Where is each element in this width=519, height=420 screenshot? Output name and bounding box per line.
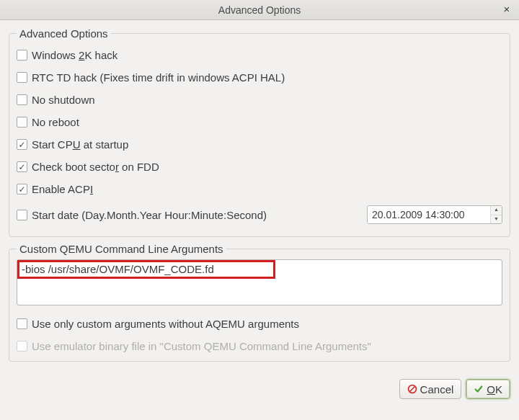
option-enableacpi-label: Enable ACPI [32,183,93,195]
option-checkboot[interactable]: Check boot sector on FDD [17,156,502,178]
option-win2k-label: Windows 2K hack [32,49,117,61]
option-checkboot-label: Check boot sector on FDD [32,161,159,173]
option-win2k[interactable]: Windows 2K hack [17,44,502,66]
option-startcpu-label: Start CPU at startup [32,138,128,151]
option-rtctd-label: RTC TD hack (Fixes time drift in windows… [32,71,285,84]
startdate-input[interactable] [368,206,490,223]
checkbox-enableacpi[interactable] [17,184,27,195]
cancel-button-label: Cancel [420,383,454,396]
option-use-emu-binary: Use emulator binary file in "Custom QEMU… [17,335,502,354]
cmdline-text: -bios /usr/share/OVMF/OVMF_CODE.fd [22,263,214,275]
cmdline-textarea[interactable]: -bios /usr/share/OVMF/OVMF_CODE.fd [17,259,502,305]
startdate-stepper[interactable]: ▲ ▼ [490,206,502,223]
ok-button[interactable]: OK [466,379,510,399]
cancel-button[interactable]: Cancel [399,379,462,399]
checkbox-noshutdown[interactable] [17,94,27,105]
checkbox-startdate[interactable] [17,210,27,220]
ok-icon [474,384,484,394]
option-rtctd[interactable]: RTC TD hack (Fixes time drift in windows… [17,66,502,89]
checkbox-use-only-custom[interactable] [17,318,27,329]
window-title: Advanced Options [0,4,519,16]
option-noshutdown[interactable]: No shutdown [17,89,502,111]
close-icon[interactable]: × [500,3,513,16]
dialog-button-row: Cancel OK [0,376,519,399]
cancel-icon [407,384,417,394]
option-enableacpi[interactable]: Enable ACPI [17,178,502,200]
advanced-options-group: Advanced Options Windows 2K hack RTC TD … [9,27,510,237]
option-noreboot-label: No reboot [32,116,79,128]
option-startdate-label: Start date (Day.Month.Year Hour:Minute:S… [32,209,267,221]
startdate-spinbox[interactable]: ▲ ▼ [367,205,502,224]
svg-line-1 [409,387,414,392]
option-noshutdown-label: No shutdown [32,94,95,106]
dialog-content: Advanced Options Windows 2K hack RTC TD … [0,20,519,376]
option-use-only-custom[interactable]: Use only custom arguments without AQEMU … [17,313,502,335]
checkbox-rtctd[interactable] [17,72,27,83]
chevron-up-icon[interactable]: ▲ [491,206,502,215]
option-startcpu[interactable]: Start CPU at startup [17,133,502,156]
option-noreboot[interactable]: No reboot [17,111,502,133]
option-startdate[interactable]: Start date (Day.Month.Year Hour:Minute:S… [17,200,502,229]
titlebar: Advanced Options × [0,0,519,20]
option-use-emu-binary-label: Use emulator binary file in "Custom QEMU… [32,340,371,352]
cmdline-group: Custom QEMU Command Line Arguments -bios… [9,243,510,362]
option-use-only-custom-label: Use only custom arguments without AQEMU … [32,318,299,330]
checkbox-startcpu[interactable] [17,139,27,150]
advanced-options-legend: Advanced Options [17,27,111,40]
checkbox-use-emu-binary [17,341,27,352]
cmdline-legend: Custom QEMU Command Line Arguments [17,243,226,255]
checkbox-checkboot[interactable] [17,161,27,172]
checkbox-noreboot[interactable] [17,117,27,128]
checkbox-win2k[interactable] [17,50,27,61]
ok-button-label: OK [487,383,502,396]
chevron-down-icon[interactable]: ▼ [491,215,502,224]
